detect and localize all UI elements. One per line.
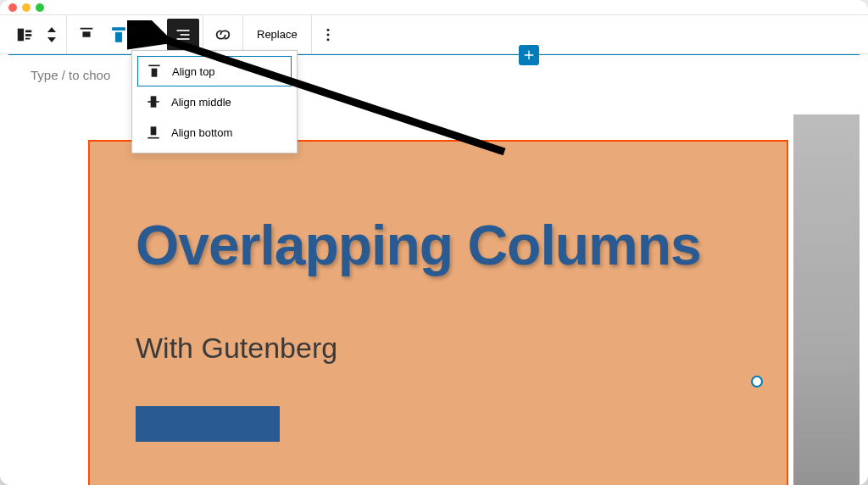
svg-rect-21 xyxy=(151,126,157,135)
close-window-button[interactable] xyxy=(8,3,17,12)
svg-rect-12 xyxy=(177,38,190,40)
replace-button[interactable]: Replace xyxy=(247,19,308,51)
plus-icon xyxy=(522,48,536,62)
align-horizontal-button[interactable] xyxy=(70,19,103,51)
add-block-button[interactable] xyxy=(519,45,539,65)
column-block[interactable]: Overlapping Columns With Gutenberg xyxy=(88,140,788,485)
svg-point-13 xyxy=(326,28,329,31)
svg-point-14 xyxy=(326,33,329,36)
align-width-button[interactable] xyxy=(135,19,167,51)
svg-rect-9 xyxy=(147,32,153,42)
background-image-column xyxy=(793,114,860,485)
svg-rect-1 xyxy=(25,30,31,32)
vertical-align-dropdown: Align top Align middle Align bottom xyxy=(131,50,298,153)
align-bottom-option[interactable]: Align bottom xyxy=(137,117,292,148)
align-vertical-button[interactable] xyxy=(103,19,135,51)
svg-rect-8 xyxy=(147,27,156,29)
button-block[interactable] xyxy=(136,406,280,442)
dropdown-item-label: Align bottom xyxy=(171,126,232,139)
editor-canvas: Overlapping Columns With Gutenberg xyxy=(8,140,860,485)
align-middle-icon xyxy=(144,92,163,111)
maximize-window-button[interactable] xyxy=(36,3,44,12)
svg-point-15 xyxy=(326,38,329,41)
block-toolbar: Replace xyxy=(0,15,868,54)
dropdown-item-label: Align middle xyxy=(171,96,231,109)
svg-rect-5 xyxy=(82,31,90,36)
svg-rect-0 xyxy=(18,28,24,41)
svg-rect-17 xyxy=(152,69,158,77)
minimize-window-button[interactable] xyxy=(22,3,31,12)
move-up-button[interactable] xyxy=(47,27,56,32)
align-top-icon xyxy=(145,62,164,81)
link-button[interactable] xyxy=(207,19,239,51)
svg-rect-2 xyxy=(25,34,31,36)
svg-rect-4 xyxy=(81,27,93,29)
move-controls xyxy=(41,15,63,53)
svg-rect-20 xyxy=(147,137,159,139)
svg-rect-16 xyxy=(148,65,159,67)
app-window: Replace Type / to choo Align top Align m… xyxy=(0,0,868,485)
svg-rect-7 xyxy=(115,32,121,42)
svg-rect-11 xyxy=(181,34,190,36)
paragraph-placeholder[interactable]: Type / to choo xyxy=(31,68,110,82)
more-options-button[interactable] xyxy=(312,19,344,51)
align-middle-option[interactable]: Align middle xyxy=(137,86,292,117)
heading-block[interactable]: Overlapping Columns xyxy=(136,213,701,277)
block-type-button[interactable] xyxy=(8,19,41,51)
dropdown-item-label: Align top xyxy=(172,65,215,78)
titlebar xyxy=(0,0,868,15)
svg-rect-3 xyxy=(25,37,30,39)
svg-rect-6 xyxy=(113,27,125,30)
align-top-option[interactable]: Align top xyxy=(137,56,292,86)
align-bottom-icon xyxy=(144,123,163,142)
svg-rect-19 xyxy=(151,96,157,107)
resize-handle[interactable] xyxy=(751,376,763,387)
move-down-button[interactable] xyxy=(47,37,56,42)
svg-rect-10 xyxy=(177,30,190,31)
text-align-button[interactable] xyxy=(167,19,199,51)
subheading-block[interactable]: With Gutenberg xyxy=(136,332,337,365)
